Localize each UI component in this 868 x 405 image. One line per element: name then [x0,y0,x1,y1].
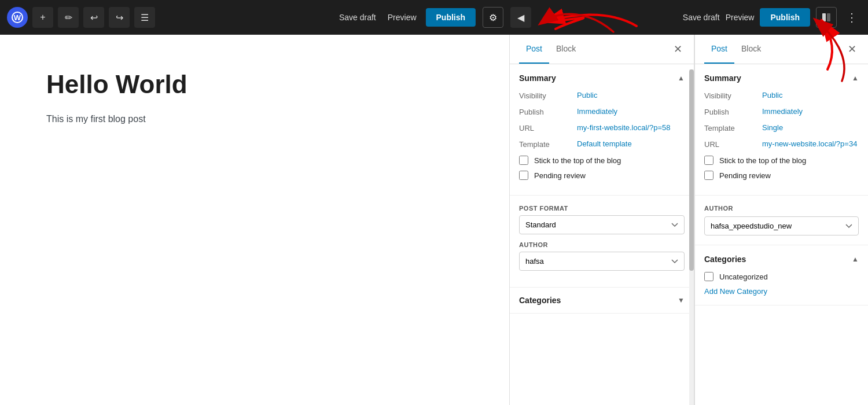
stick-to-top-row-right: Stick to the top of the blog [704,156,859,165]
svg-rect-3 [827,13,830,21]
save-draft-button-center[interactable]: Save draft [337,8,378,27]
summary-header-center[interactable]: Summary ▲ [519,73,685,83]
categories-header-center[interactable]: Categories ▼ [510,288,694,314]
tab-post-center[interactable]: Post [519,35,549,64]
save-draft-button-right[interactable]: Save draft [683,13,720,22]
post-format-label: POST FORMAT [519,205,685,212]
url-label-center: URL [519,123,577,132]
svg-rect-2 [822,13,826,21]
toolbar: W + ✏ ↩ ↪ ☰ Save draft Preview Publish ⚙… [0,0,868,35]
toolbar-right-controls: Save draft Preview Publish ⋮ [683,7,861,28]
pending-review-row-right: Pending review [704,171,859,180]
summary-title-right: Summary [704,73,741,83]
publish-row-right: Publish Immediately [704,107,859,116]
post-format-section: POST FORMAT Standard Aside Gallery Link … [510,196,694,288]
categories-chevron-center: ▼ [678,296,685,304]
undo-button[interactable]: ↩ [83,7,104,28]
url-value-right[interactable]: my-new-website.local/?p=34 [762,139,857,148]
scroll-bar-center[interactable] [689,69,694,405]
template-value-right[interactable]: Single [762,123,783,132]
post-title[interactable]: Hello World [46,69,463,100]
add-block-button[interactable]: + [32,7,53,28]
right-panel: Post Block ✕ Summary ▲ Visibility Public… [694,35,868,405]
summary-chevron-center: ▲ [678,74,685,82]
author-select-center[interactable]: hafsa [519,252,685,271]
center-panel-body: Summary ▲ Visibility Public Publish Imme… [510,64,694,405]
publish-label-center: Publish [519,107,577,116]
summary-chevron-right: ▲ [852,74,859,82]
stick-to-top-label-right: Stick to the top of the blog [719,156,806,165]
uncategorized-checkbox[interactable] [704,272,713,281]
categories-section-center: Categories ▼ [510,288,694,314]
post-format-select[interactable]: Standard Aside Gallery Link Image [519,215,685,234]
preview-button-center[interactable]: Preview [385,8,419,27]
more-options-button[interactable]: ⋮ [843,8,861,27]
author-select-right[interactable]: hafsa_xpeedstudio_new [704,216,859,235]
right-panel-body: Summary ▲ Visibility Public Publish Imme… [695,64,868,405]
publish-value-center[interactable]: Immediately [577,107,617,116]
publish-button-center[interactable]: Publish [426,8,476,27]
svg-text:W: W [14,13,21,22]
url-row-right: URL my-new-website.local/?p=34 [704,139,859,149]
visibility-label-right: Visibility [704,91,762,100]
tab-block-center[interactable]: Block [549,35,583,64]
url-row-center: URL my-first-website.local/?p=58 [519,123,685,132]
template-label-center: Template [519,139,577,149]
preview-button-right[interactable]: Preview [726,13,755,22]
author-section-right: AUTHOR hafsa_xpeedstudio_new [695,196,868,245]
wp-logo[interactable]: W [7,7,28,28]
uncategorized-label: Uncategorized [719,273,768,281]
summary-header-right[interactable]: Summary ▲ [704,73,859,83]
template-row-right: Template Single [704,123,859,132]
center-panel: Post Block ✕ Summary ▲ Visibility Public… [509,35,694,405]
expand-button[interactable]: ◀ [510,7,531,28]
visibility-label-center: Visibility [519,91,577,100]
url-value-center[interactable]: my-first-website.local/?p=58 [577,123,670,132]
template-value-center[interactable]: Default template [577,139,632,148]
center-panel-tabs: Post Block ✕ [510,35,694,64]
stick-to-top-checkbox-center[interactable] [519,156,528,165]
categories-chevron-right: ▲ [852,255,859,263]
stick-to-top-label-center: Stick to the top of the blog [534,156,621,165]
post-content[interactable]: This is my first blog post [46,112,463,127]
tab-block-right[interactable]: Block [734,35,768,64]
publish-button-right[interactable]: Publish [760,8,810,27]
summary-section-right: Summary ▲ Visibility Public Publish Imme… [695,64,868,196]
visibility-row-right: Visibility Public [704,91,859,100]
edit-button[interactable]: ✏ [58,7,79,28]
categories-title-center: Categories [519,296,561,305]
pending-review-label-right: Pending review [719,171,771,180]
list-view-button[interactable]: ☰ [134,7,155,28]
close-panel-right[interactable]: ✕ [845,41,859,58]
template-label-right: Template [704,123,762,132]
close-panel-center[interactable]: ✕ [671,41,685,58]
settings-gear-button[interactable]: ⚙ [483,7,503,28]
pending-review-checkbox-center[interactable] [519,171,528,180]
categories-header-right[interactable]: Categories ▲ [704,255,859,264]
publish-value-right[interactable]: Immediately [762,107,803,116]
pending-review-checkbox-right[interactable] [704,171,713,180]
tab-post-right[interactable]: Post [704,35,734,64]
author-group: AUTHOR hafsa [519,241,685,271]
pending-review-row-center: Pending review [519,171,685,180]
author-label-center: AUTHOR [519,241,685,248]
redo-button[interactable]: ↪ [109,7,130,28]
categories-title-right: Categories [704,255,746,264]
uncategorized-row: Uncategorized [704,272,859,281]
categories-section-right: Categories ▲ Uncategorized Add New Categ… [695,245,868,305]
post-format-group: POST FORMAT Standard Aside Gallery Link … [519,205,685,234]
summary-title-center: Summary [519,73,556,83]
layout-toggle-button[interactable] [816,7,837,28]
publish-row-center: Publish Immediately [519,107,685,116]
stick-to-top-row-center: Stick to the top of the blog [519,156,685,165]
add-new-category-link[interactable]: Add New Category [704,287,859,296]
stick-to-top-checkbox-right[interactable] [704,156,713,165]
author-section-label-right: AUTHOR [704,205,859,212]
url-label-right: URL [704,139,762,149]
pending-review-label-center: Pending review [534,171,586,180]
visibility-value-right[interactable]: Public [762,91,782,100]
visibility-value-center[interactable]: Public [577,91,597,100]
editor-area[interactable]: Hello World This is my first blog post [0,35,509,405]
main-area: Hello World This is my first blog post P… [0,35,868,405]
template-row-center: Template Default template [519,139,685,149]
